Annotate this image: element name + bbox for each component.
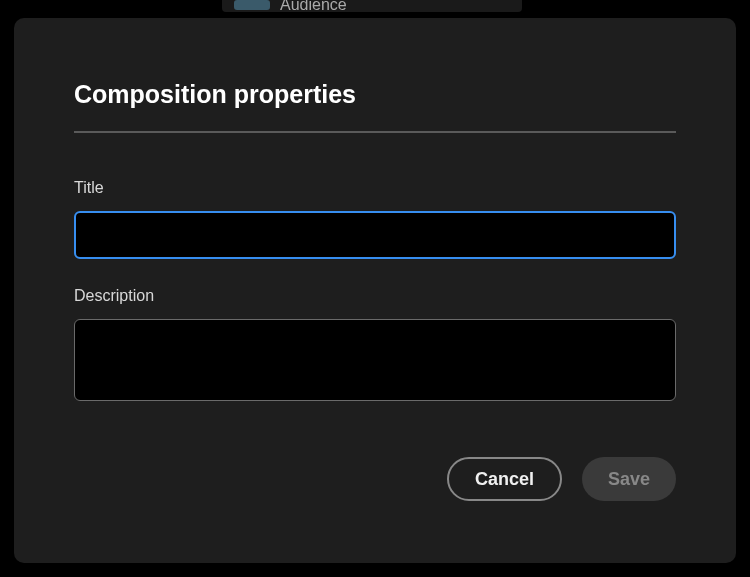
cancel-button[interactable]: Cancel [447, 457, 562, 501]
divider [74, 131, 676, 133]
background-label: Audience [280, 0, 347, 14]
audience-icon [234, 0, 270, 10]
title-label: Title [74, 179, 676, 197]
save-button[interactable]: Save [582, 457, 676, 501]
description-label: Description [74, 287, 676, 305]
dialog-button-row: Cancel Save [447, 457, 676, 501]
background-label-fragment: Audience [234, 0, 347, 14]
composition-properties-dialog: Composition properties Title Description… [14, 18, 736, 563]
title-input[interactable] [74, 211, 676, 259]
dialog-title: Composition properties [74, 80, 676, 109]
description-input[interactable] [74, 319, 676, 401]
